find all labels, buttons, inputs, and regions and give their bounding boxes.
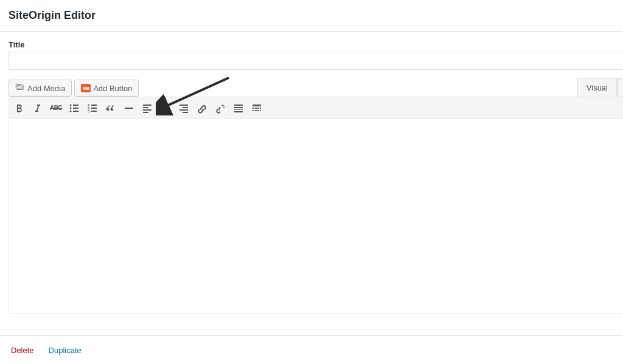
svg-rect-30 xyxy=(234,111,243,112)
svg-rect-32 xyxy=(252,108,254,109)
svg-rect-35 xyxy=(260,108,261,109)
editor-top-bar: Add Media MB Add Button Visual xyxy=(9,78,623,97)
svg-rect-25 xyxy=(234,105,243,106)
svg-rect-11 xyxy=(91,111,97,112)
add-media-label: Add Media xyxy=(27,84,65,93)
read-more-icon[interactable] xyxy=(229,99,248,117)
svg-rect-29 xyxy=(240,109,243,110)
media-icon xyxy=(15,83,25,94)
svg-point-0 xyxy=(70,104,72,106)
svg-rect-13 xyxy=(143,105,151,106)
tab-visual[interactable]: Visual xyxy=(577,78,617,97)
title-input[interactable] xyxy=(9,52,623,70)
svg-rect-12 xyxy=(125,108,133,109)
tab-text-clipped[interactable] xyxy=(617,78,623,97)
tinymce-toolbar: ABC 123 xyxy=(9,97,623,119)
svg-rect-20 xyxy=(163,112,169,113)
strikethrough-icon[interactable]: ABC xyxy=(47,99,65,117)
svg-rect-24 xyxy=(183,112,188,113)
svg-rect-5 xyxy=(73,111,78,112)
bullet-list-icon[interactable] xyxy=(65,99,83,117)
dialog-header: SiteOrigin Editor xyxy=(0,0,623,32)
svg-rect-19 xyxy=(161,109,170,111)
maxbuttons-icon: MB xyxy=(81,84,91,92)
add-button-button[interactable]: MB Add Button xyxy=(74,80,139,97)
editor-tabs: Visual xyxy=(577,78,623,97)
content-editor[interactable] xyxy=(9,119,623,314)
svg-text:3: 3 xyxy=(88,109,90,113)
siteorigin-editor-dialog: SiteOrigin Editor Title Add Media MB Add… xyxy=(0,0,623,364)
svg-rect-1 xyxy=(73,105,78,106)
svg-rect-9 xyxy=(91,108,97,109)
svg-rect-17 xyxy=(161,105,170,106)
svg-point-2 xyxy=(70,107,72,109)
svg-point-4 xyxy=(70,110,72,112)
link-icon[interactable] xyxy=(193,99,211,117)
svg-rect-39 xyxy=(260,110,261,111)
toolbar-toggle-icon[interactable] xyxy=(248,99,266,117)
hr-icon[interactable] xyxy=(120,99,138,117)
media-buttons: Add Media MB Add Button xyxy=(9,80,139,97)
add-button-label: Add Button xyxy=(93,84,132,93)
svg-rect-16 xyxy=(143,112,148,113)
svg-rect-38 xyxy=(257,110,259,111)
svg-rect-7 xyxy=(91,105,97,106)
unlink-icon[interactable] xyxy=(211,99,229,117)
svg-rect-21 xyxy=(179,105,188,106)
svg-rect-37 xyxy=(255,110,257,111)
add-media-button[interactable]: Add Media xyxy=(9,80,72,97)
svg-rect-15 xyxy=(143,109,151,111)
delete-link[interactable]: Delete xyxy=(11,346,34,355)
italic-icon[interactable] xyxy=(29,99,47,117)
svg-rect-33 xyxy=(255,108,257,109)
blockquote-icon[interactable] xyxy=(102,99,120,117)
svg-rect-27 xyxy=(234,109,237,110)
svg-rect-22 xyxy=(183,107,188,108)
svg-rect-18 xyxy=(163,107,169,108)
title-label: Title xyxy=(9,40,623,49)
align-left-icon[interactable] xyxy=(138,99,156,117)
duplicate-link[interactable]: Duplicate xyxy=(49,346,82,355)
editor-wrapper: ABC 123 xyxy=(9,97,623,314)
svg-rect-36 xyxy=(252,110,254,111)
svg-rect-31 xyxy=(252,105,261,106)
svg-rect-28 xyxy=(237,109,240,110)
dialog-footer: Delete Duplicate xyxy=(0,335,623,364)
svg-rect-34 xyxy=(257,108,259,109)
numbered-list-icon[interactable]: 123 xyxy=(83,99,102,117)
svg-rect-23 xyxy=(179,109,188,111)
svg-rect-3 xyxy=(73,108,78,109)
align-right-icon[interactable] xyxy=(175,99,193,117)
dialog-body: Title Add Media MB Add Button Visual xyxy=(0,32,623,335)
bold-icon[interactable] xyxy=(10,99,29,117)
svg-rect-26 xyxy=(234,107,243,108)
dialog-title: SiteOrigin Editor xyxy=(9,9,96,22)
align-center-icon[interactable] xyxy=(156,99,175,117)
svg-rect-14 xyxy=(143,107,148,108)
